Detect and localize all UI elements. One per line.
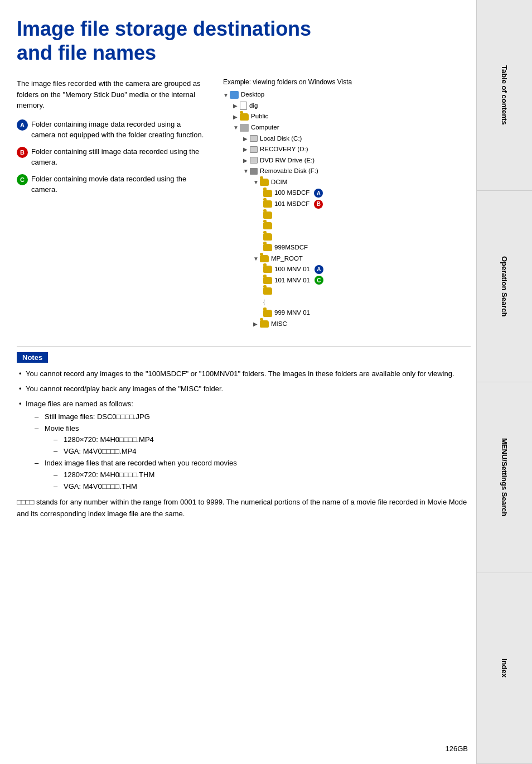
page-title: Image file storage destinations and file… [17, 17, 471, 65]
sidebar-tab-operation[interactable]: Operation Search [476, 191, 532, 382]
example-section: Example: viewing folders on Windows Vist… [223, 78, 471, 329]
101msdcf-folder-icon [263, 200, 272, 208]
public-label: Public [251, 111, 268, 122]
sidebar-tab-operation-label: Operation Search [500, 256, 509, 316]
tree-dvd: ▶ DVD RW Drive (E:) [223, 155, 471, 166]
sub-sub-movie-list: 1280×720: M4H0□□□□.MP4 VGA: M4V0□□□□.MP4 [45, 434, 471, 458]
sub-sub-index-list: 1280×720: M4H0□□□□.THM VGA: M4V0□□□□.THM [45, 469, 471, 493]
folder-list: A Folder containing image data recorded … [17, 119, 206, 195]
recovery-label: RECOVERY (D:) [260, 144, 308, 155]
100msdcf-folder-icon [263, 190, 272, 197]
removable-icon [250, 168, 258, 175]
sub-notes-list: Still image files: DSC0□□□□.JPG Movie fi… [26, 411, 471, 493]
101mnv01-folder-icon [263, 277, 272, 284]
notes-section: Notes You cannot record any images to th… [17, 346, 471, 520]
misc-label: MISC [271, 319, 287, 330]
main-content: Image file storage destinations and file… [17, 0, 471, 520]
bullet-b: B [17, 147, 28, 158]
dcim-folder-icon [260, 179, 269, 186]
tree-mp-root: ▼ MP_ROOT [223, 253, 471, 265]
sidebar: Table of contents Operation Search MENU/… [476, 0, 532, 764]
arrow-local-disk: ▶ [243, 134, 249, 143]
note-item-2: You cannot record/play back any images o… [17, 383, 471, 395]
sidebar-tab-index-label: Index [500, 659, 509, 677]
computer-label: Computer [251, 122, 279, 133]
dvd-icon [250, 157, 258, 164]
dots1-folder-icon [263, 212, 272, 219]
101msdcf-label: 101 MSDCF [274, 199, 309, 210]
badge-b1: B [314, 200, 323, 209]
computer-icon [240, 124, 249, 132]
intro-section: The image files recorded with the camera… [17, 78, 471, 329]
100mnv01-label: 100 MNV 01 [274, 264, 310, 275]
bullet-c: C [17, 174, 28, 185]
arrow-computer: ▼ [233, 123, 239, 132]
sub-note-movie: Movie files 1280×720: M4H0□□□□.MP4 VGA: … [35, 423, 471, 458]
page-number: 126GB [446, 744, 468, 753]
bullet-a: A [17, 119, 28, 131]
arrow-dcim: ▼ [253, 177, 259, 187]
999mnv01-folder-icon [263, 310, 272, 317]
folder-item-c: C Folder containing movie data recorded … [17, 174, 206, 195]
999msdcf-label: 999MSDCF [274, 242, 308, 253]
page-title-line2: and file names [17, 41, 156, 64]
arrow-recovery: ▶ [243, 145, 249, 154]
tree-dots1 [223, 209, 471, 220]
tree-desktop: ▼ Desktop [223, 89, 471, 100]
intro-text: The image files recorded with the camera… [17, 78, 206, 329]
public-folder-icon [240, 113, 249, 121]
arrow-public: ▶ [233, 112, 239, 122]
tree-100msdcf: 100 MSDCF A [223, 188, 471, 199]
arrow-dvd: ▶ [243, 156, 249, 165]
tree-dig: ▶ dig [223, 100, 471, 112]
desktop-icon [230, 91, 239, 99]
100mnv01-folder-icon [263, 266, 272, 273]
dots1-label [274, 209, 276, 220]
sub-note-movie-text: Movie files [45, 424, 79, 433]
desktop-label: Desktop [241, 89, 264, 100]
note-text-2: You cannot record/play back any images o… [26, 385, 223, 393]
notes-header: Notes [17, 352, 48, 363]
arrow-misc: ▶ [253, 319, 259, 329]
sub-note-still: Still image files: DSC0□□□□.JPG [35, 411, 471, 423]
dvd-label: DVD RW Drive (E:) [260, 155, 315, 166]
100msdcf-label: 100 MSDCF [274, 188, 309, 199]
folder-desc-b: Folder containing still image data recor… [31, 146, 206, 168]
badge-a1: A [314, 189, 323, 198]
dots4-label [274, 286, 276, 297]
999msdcf-folder-icon [263, 244, 272, 251]
sub-sub-index-vga: VGA: M4V0□□□□.THM [54, 481, 471, 493]
notes-list: You cannot record any images to the "100… [17, 368, 471, 492]
dots5-label [265, 297, 267, 308]
tree-computer: ▼ Computer [223, 122, 471, 133]
misc-folder-icon [260, 320, 269, 328]
footer-note: □□□□ stands for any number within the ra… [17, 497, 471, 520]
sidebar-tab-toc[interactable]: Table of contents [476, 0, 532, 191]
tree-public: ▶ Public [223, 111, 471, 122]
removable-label: Removable Disk (F:) [260, 166, 318, 177]
tree-999mnv01: 999 MNV 01 [223, 307, 471, 319]
tree-dcim: ▼ DCIM [223, 177, 471, 188]
dots2-folder-icon [263, 222, 272, 229]
folder-tree: ▼ Desktop ▶ dig ▶ Public [223, 89, 471, 329]
note-text-1: You cannot record any images to the "100… [26, 369, 454, 378]
arrow-removable: ▼ [243, 166, 249, 176]
tree-removable: ▼ Removable Disk (F:) [223, 166, 471, 177]
tree-local-disk: ▶ Local Disk (C:) [223, 133, 471, 145]
tree-dots3 [223, 231, 471, 242]
sidebar-tab-index[interactable]: Index [476, 573, 532, 764]
sub-note-index: Index image files that are recorded when… [35, 458, 471, 492]
arrow-dig: ▶ [233, 101, 239, 110]
page-title-line1: Image file storage destinations [17, 17, 311, 40]
tree-dots2 [223, 220, 471, 232]
note-item-3: Image files are named as follows: Still … [17, 398, 471, 492]
dots3-folder-icon [263, 233, 272, 241]
tree-101msdcf: 101 MSDCF B [223, 199, 471, 210]
tree-101mnv01: 101 MNV 01 C [223, 275, 471, 286]
sub-note-index-text: Index image files that are recorded when… [45, 459, 237, 467]
sub-sub-index-hd: 1280×720: M4H0□□□□.THM [54, 469, 471, 481]
999mnv01-label: 999 MNV 01 [274, 307, 310, 319]
dcim-label: DCIM [271, 177, 287, 188]
sidebar-tab-menu[interactable]: MENU/Settings Search [476, 382, 532, 573]
tree-misc: ▶ MISC [223, 319, 471, 330]
